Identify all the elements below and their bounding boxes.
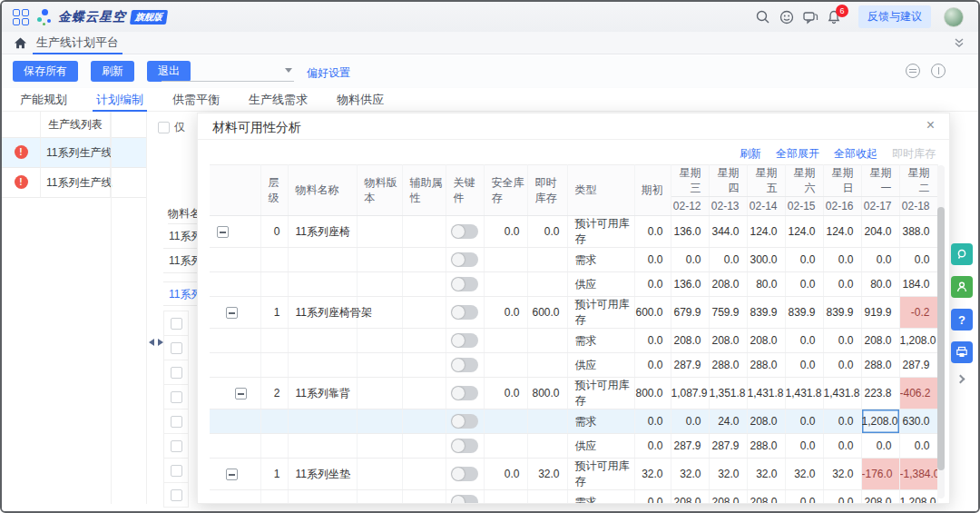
module-tab[interactable]: 生产线需求 <box>241 88 315 112</box>
emoji-icon[interactable] <box>779 9 795 25</box>
refresh-link[interactable]: 刷新 <box>740 146 761 162</box>
value-cell[interactable]: 1,431.8 <box>785 378 823 409</box>
value-cell[interactable]: 32.0 <box>709 459 747 490</box>
value-cell[interactable]: 0.0 <box>823 329 861 353</box>
value-cell[interactable]: 0.0 <box>823 434 861 459</box>
value-cell[interactable]: 300.0 <box>747 248 785 272</box>
module-tab[interactable]: 物料供应 <box>329 88 391 112</box>
collapse-left-icon[interactable] <box>149 339 154 346</box>
value-cell[interactable]: 136.0 <box>671 272 709 297</box>
collapse-row-icon[interactable] <box>235 388 247 400</box>
value-cell[interactable]: 0.0 <box>634 409 671 434</box>
value-cell[interactable]: 839.9 <box>747 297 785 329</box>
value-cell[interactable]: 208.0 <box>861 490 899 505</box>
contact-icon[interactable] <box>951 276 973 298</box>
value-cell[interactable]: 0.0 <box>634 329 671 353</box>
value-cell[interactable]: 208.0 <box>671 329 709 353</box>
value-cell[interactable]: 1,431.8 <box>747 378 785 409</box>
value-cell[interactable]: 208.0 <box>671 490 709 505</box>
value-cell[interactable]: 288.0 <box>747 434 785 459</box>
assistant-icon[interactable] <box>951 243 973 265</box>
row-checkbox[interactable] <box>171 342 182 354</box>
value-cell[interactable]: 80.0 <box>747 272 785 297</box>
value-cell[interactable]: -406.2 <box>899 378 937 409</box>
row-checkbox[interactable] <box>171 440 182 452</box>
feedback-button[interactable]: 反馈与建议 <box>858 5 931 28</box>
value-cell[interactable]: -0.2 <box>899 297 937 329</box>
value-cell[interactable]: 600.0 <box>634 297 671 329</box>
value-cell[interactable]: 0.0 <box>634 353 671 378</box>
value-cell[interactable]: 184.0 <box>899 272 937 297</box>
value-cell[interactable]: 32.0 <box>634 459 671 490</box>
key-part-toggle[interactable] <box>451 224 478 239</box>
value-cell[interactable]: 0.0 <box>823 353 861 378</box>
value-cell[interactable]: -1,384.0 <box>899 459 937 490</box>
value-cell[interactable]: 0.0 <box>823 272 861 297</box>
key-part-toggle[interactable] <box>451 467 478 481</box>
key-part-toggle[interactable] <box>451 252 478 267</box>
value-cell[interactable]: 0.0 <box>785 490 823 505</box>
value-cell[interactable]: 839.9 <box>823 297 861 329</box>
value-cell[interactable]: 287.9 <box>671 353 709 378</box>
row-checkbox[interactable] <box>171 367 182 379</box>
module-tab[interactable]: 计划编制 <box>89 88 151 112</box>
collapse-row-icon[interactable] <box>217 226 229 238</box>
value-cell[interactable]: 287.9 <box>709 434 747 459</box>
bell-icon[interactable]: 6 <box>826 9 842 25</box>
value-cell[interactable]: 0.0 <box>899 434 937 459</box>
key-part-toggle[interactable] <box>451 495 478 504</box>
value-cell[interactable]: 0.0 <box>823 248 861 272</box>
value-cell[interactable]: 0.0 <box>785 409 823 434</box>
comment-circle-icon[interactable] <box>906 64 920 78</box>
value-cell[interactable]: 287.9 <box>671 434 709 459</box>
info-circle-icon[interactable] <box>931 64 946 78</box>
value-cell[interactable]: 124.0 <box>823 216 861 248</box>
value-cell[interactable]: -176.0 <box>861 459 899 490</box>
value-cell[interactable]: 1,208.0 <box>899 329 937 353</box>
value-cell[interactable]: 0.0 <box>671 248 709 272</box>
key-part-toggle[interactable] <box>451 333 478 348</box>
vertical-scrollbar[interactable] <box>937 165 945 498</box>
key-part-toggle[interactable] <box>451 305 478 320</box>
value-cell[interactable]: 759.9 <box>709 297 747 329</box>
user-avatar[interactable] <box>944 7 964 27</box>
search-icon[interactable] <box>755 9 771 25</box>
value-cell[interactable]: 208.0 <box>747 329 785 353</box>
value-cell[interactable]: 0.0 <box>634 272 671 297</box>
value-cell[interactable]: 0.0 <box>861 434 899 459</box>
row-checkbox[interactable] <box>171 416 182 428</box>
value-cell[interactable]: 630.0 <box>899 409 937 434</box>
key-part-toggle[interactable] <box>451 358 478 372</box>
refresh-button[interactable]: 刷新 <box>91 61 134 82</box>
value-cell[interactable]: 919.9 <box>861 297 899 329</box>
value-cell[interactable]: 0.0 <box>785 353 823 378</box>
value-cell[interactable]: 0.0 <box>634 248 671 272</box>
row-checkbox[interactable] <box>171 391 182 403</box>
value-cell[interactable]: 288.0 <box>709 353 747 378</box>
production-line-row[interactable]: !11系列生产线 2 <box>2 138 147 168</box>
value-cell[interactable]: 32.0 <box>785 459 823 490</box>
close-icon[interactable]: × <box>923 117 938 133</box>
value-cell[interactable]: 344.0 <box>709 216 747 248</box>
row-checkbox[interactable] <box>171 318 182 330</box>
value-cell[interactable]: 124.0 <box>785 216 823 248</box>
home-icon[interactable] <box>14 36 27 53</box>
double-chevron-down-icon[interactable] <box>953 36 965 52</box>
value-cell[interactable]: 839.9 <box>785 297 823 329</box>
value-cell[interactable]: 208.0 <box>861 329 899 353</box>
value-cell[interactable]: 204.0 <box>861 216 899 248</box>
value-cell[interactable]: 0.0 <box>785 248 823 272</box>
value-cell[interactable]: 800.0 <box>634 378 671 409</box>
value-cell[interactable]: 208.0 <box>709 329 747 353</box>
value-cell[interactable]: 0.0 <box>671 409 709 434</box>
app-grid-icon[interactable] <box>13 9 29 25</box>
collapse-row-icon[interactable] <box>226 307 238 319</box>
workspace-tab[interactable]: 生产线计划平台 <box>31 32 124 54</box>
value-cell[interactable]: 32.0 <box>671 459 709 490</box>
print-icon[interactable] <box>951 341 973 363</box>
value-cell[interactable]: 124.0 <box>747 216 785 248</box>
module-tab[interactable]: 产能规划 <box>13 88 74 112</box>
value-cell[interactable]: 1,431.8 <box>823 378 861 409</box>
value-cell[interactable]: 32.0 <box>747 459 785 490</box>
value-cell[interactable]: 0.0 <box>861 248 899 272</box>
